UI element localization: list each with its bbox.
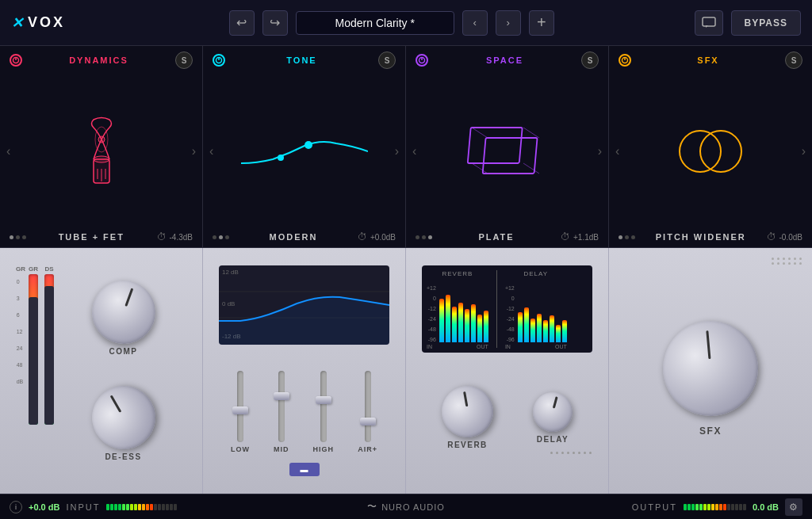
tone-preset-name: MODERN (270, 232, 318, 242)
eq-low-track (237, 371, 243, 442)
dot (631, 235, 635, 239)
dot (422, 235, 426, 239)
seg (122, 504, 125, 510)
output-label: OUTPUT (632, 502, 677, 512)
space-module-name: SPACE (486, 55, 523, 65)
dot (619, 235, 622, 239)
dynamics-power-button[interactable] (10, 54, 22, 67)
eq-mid-col: MID (274, 371, 289, 453)
input-label: INPUT (66, 502, 100, 512)
dynamics-s-button[interactable]: S (175, 52, 193, 69)
svg-rect-17 (467, 128, 522, 163)
svg-point-5 (94, 156, 109, 162)
prev-preset-button[interactable]: ‹ (462, 10, 488, 36)
dynamics-knobs: COMP DE-ESS (60, 265, 186, 476)
reverb-knob[interactable] (438, 382, 497, 441)
input-db: +0.0 dB (29, 502, 59, 512)
seg (166, 504, 169, 510)
seg (723, 504, 726, 510)
comment-button[interactable] (695, 10, 723, 36)
eq-high-thumb[interactable] (316, 396, 331, 404)
grille-dot (556, 452, 558, 454)
preset-name-display[interactable]: Modern Clarity * (296, 11, 454, 35)
logo-vox: VOX (28, 14, 65, 31)
dynamics-prev-button[interactable]: ‹ (6, 144, 10, 158)
top-bar: ✕ VOX ↩ ↪ Modern Clarity * ‹ › + BYPASS (0, 0, 812, 46)
tone-next-button[interactable]: › (395, 144, 399, 158)
dynamics-controls: GR 0 3 6 12 24 48 dB GR (10, 258, 193, 484)
space-power-button[interactable] (416, 54, 428, 67)
tone-controls-panel: 12 dB 0 dB -12 dB (203, 248, 406, 494)
delay-meter-label: DELAY (523, 270, 548, 277)
svg-point-14 (278, 155, 284, 161)
module-dynamics: DYNAMICS S ‹ › (0, 46, 203, 247)
seg (719, 504, 722, 510)
tone-dots (213, 235, 229, 239)
dynamics-dots (10, 235, 26, 239)
sfx-dot (772, 262, 774, 265)
sfx-dots (619, 235, 635, 239)
tone-footer: MODERN ⏱ +0.0dB (203, 228, 405, 247)
modules-row: DYNAMICS S ‹ › (0, 46, 812, 248)
seg (110, 504, 113, 510)
right-controls: BYPASS (695, 10, 801, 36)
seg (684, 504, 687, 510)
seg (158, 504, 161, 510)
sfx-next-button[interactable]: › (802, 144, 806, 158)
grille-dot (573, 452, 575, 454)
sfx-knob[interactable] (659, 317, 762, 420)
bar (484, 311, 488, 342)
svg-line-21 (472, 163, 488, 174)
space-next-button[interactable]: › (598, 144, 602, 158)
eq-mode-button[interactable]: ▬ (289, 463, 320, 476)
seg (711, 504, 714, 510)
tone-power-button[interactable] (213, 54, 225, 67)
eq-low-thumb[interactable] (232, 406, 248, 414)
deess-knob[interactable] (80, 374, 167, 460)
bar (446, 295, 450, 342)
info-button[interactable]: i (10, 501, 22, 513)
space-prev-button[interactable]: ‹ (412, 144, 416, 158)
ds-meter-fill (44, 286, 54, 425)
bypass-button[interactable]: BYPASS (731, 10, 801, 36)
space-s-button[interactable]: S (581, 52, 599, 69)
eq-sliders-row: LOW MID HIGH (219, 351, 389, 456)
speaker-grille (550, 452, 592, 454)
sfx-knob-container: SFX (663, 321, 758, 437)
scale-0: 0 (17, 279, 24, 284)
seg (170, 504, 173, 510)
add-preset-button[interactable]: + (529, 10, 554, 36)
sfx-s-button[interactable]: S (785, 52, 802, 69)
grille-dot (578, 452, 580, 454)
settings-icon: ⚙ (789, 502, 798, 513)
comp-knob[interactable] (82, 272, 164, 353)
sfx-power-button[interactable] (619, 54, 631, 67)
space-knobs: REVERB DELAY (422, 359, 592, 476)
grille-dot (561, 452, 564, 454)
reverb-io-labels: IN OUT (427, 344, 488, 349)
seg (130, 504, 133, 510)
next-preset-button[interactable]: › (496, 10, 521, 36)
eq-mid-thumb[interactable] (274, 392, 289, 400)
svg-rect-0 (703, 17, 715, 26)
dynamics-next-button[interactable]: › (192, 144, 196, 158)
dynamics-db: -4.3dB (170, 233, 193, 242)
eq-air-thumb[interactable] (360, 418, 376, 426)
sfx-dot (777, 262, 779, 265)
space-separator (496, 270, 497, 348)
undo-button[interactable]: ↩ (229, 10, 255, 36)
scale-24: 24 (17, 345, 24, 351)
space-dots (416, 235, 432, 239)
redo-button[interactable]: ↪ (262, 10, 288, 36)
dynamics-preset-name: TUBE + FET (59, 232, 124, 242)
delay-knob[interactable] (528, 387, 576, 436)
tone-prev-button[interactable]: ‹ (209, 144, 213, 158)
eq-panel: 12 dB 0 dB -12 dB (213, 258, 396, 484)
sfx-prev-button[interactable]: ‹ (615, 144, 619, 158)
grille-dot (550, 452, 553, 454)
tone-s-button[interactable]: S (378, 52, 396, 69)
dynamics-clock-icon: ⏱ (157, 231, 167, 242)
delay-scale: +120-12-24-48-96 (505, 285, 515, 342)
output-settings-button[interactable]: ⚙ (785, 498, 802, 516)
tone-visual: ‹ › (203, 74, 405, 228)
